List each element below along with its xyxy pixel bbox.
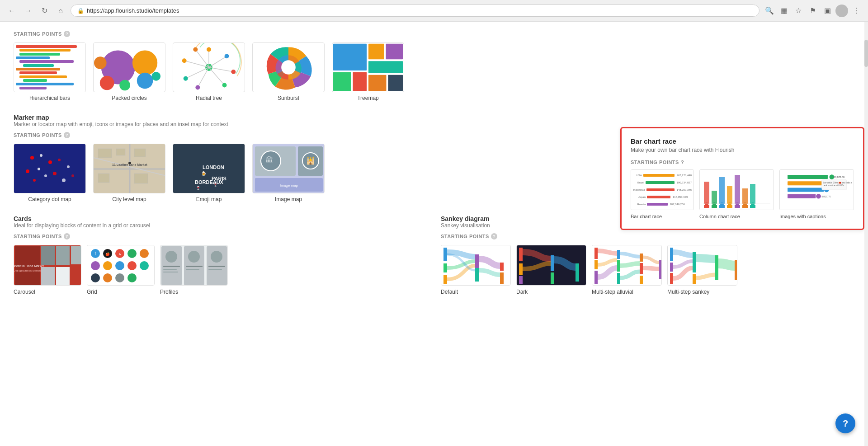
svg-rect-112	[208, 266, 225, 267]
sankey-dark-item[interactable]: Dark	[516, 245, 586, 295]
profiles-item[interactable]: Profiles	[160, 245, 228, 295]
svg-point-167	[736, 202, 739, 206]
starting-points-label-1: STARTING POINTS ?	[14, 31, 854, 37]
template-image-map[interactable]: 🏛 🕌 Image map Image map	[252, 144, 325, 202]
template-packed-circles[interactable]: Packed circles	[93, 42, 165, 101]
sankey-help-icon[interactable]: ?	[491, 233, 497, 239]
svg-point-38	[58, 159, 61, 161]
svg-text:f: f	[95, 251, 96, 256]
svg-point-37	[38, 168, 40, 170]
emoji-map-visual: LONDON 🍺 PARIS 🍷 BORDEAUX 🍷	[173, 144, 245, 193]
cards-help-icon[interactable]: ?	[64, 233, 70, 239]
bcr-imgcaptions-visual: 10,975.50 8,052,776 Bar watch: China 🇨🇳 …	[780, 170, 854, 210]
search-button[interactable]: 🔍	[763, 5, 776, 17]
bcr-images-captions-label: Images with captions	[779, 214, 826, 219]
starting-points-help-icon[interactable]: ?	[64, 31, 70, 37]
sunburst-visual	[253, 42, 324, 92]
carousel-label: Carousel	[14, 289, 35, 295]
scrollbar-track	[864, 22, 868, 446]
maps-help-icon[interactable]: ?	[64, 132, 70, 138]
category-dot-map-label: Category dot map	[28, 196, 71, 202]
svg-rect-76	[56, 246, 70, 265]
svg-rect-53	[98, 174, 109, 183]
browser-actions: 🔍 ▦ ☆ ⚑ ▣ ⋮	[763, 5, 863, 17]
template-emoji-map[interactable]: LONDON 🍺 PARIS 🍷 BORDEAUX 🍷 Emoji map	[173, 144, 245, 202]
qr-button[interactable]: ▦	[778, 5, 790, 17]
sankey-alluvial-item[interactable]: Multi-step alluvial	[592, 245, 662, 295]
svg-point-163	[705, 202, 708, 206]
template-radial-tree[interactable]: Radial tree	[173, 42, 245, 101]
svg-rect-111	[186, 269, 199, 270]
refresh-button[interactable]: ↻	[38, 5, 51, 17]
svg-rect-160	[735, 175, 740, 204]
address-bar[interactable]: 🔒 https://app.flourish.studio/templates	[71, 5, 760, 17]
svg-rect-127	[551, 272, 554, 284]
svg-rect-32	[388, 75, 403, 91]
svg-point-40	[44, 174, 47, 177]
image-map-label: Image map	[275, 196, 302, 202]
cards-grid: Portobello Road Market Old Spitalfields …	[14, 245, 427, 295]
emoji-map-label: Emoji map	[196, 196, 222, 202]
template-category-dot-map[interactable]: Category dot map	[14, 144, 86, 202]
svg-rect-27	[353, 72, 367, 91]
bcr-column-chart-race-item[interactable]: Column chart race	[699, 169, 774, 220]
svg-rect-141	[670, 248, 673, 261]
svg-rect-177	[788, 188, 824, 192]
sankey-alluvial-thumb	[592, 245, 662, 286]
template-sunburst[interactable]: Sunburst	[252, 42, 325, 101]
svg-rect-78	[56, 267, 70, 285]
thumb-radial-tree	[173, 42, 245, 92]
packed-circles-visual	[94, 42, 165, 92]
home-button[interactable]: ⌂	[54, 5, 67, 17]
bcr-title: Bar chart race	[631, 137, 854, 145]
svg-point-98	[115, 273, 124, 282]
bcr-bar-chart-race-item[interactable]: USA 267,276,440 Brazil 190,734,827 Indon…	[631, 169, 694, 220]
sankey-multistep-label: Multi-step sankey	[667, 289, 709, 295]
scrollbar-thumb[interactable]	[864, 40, 868, 67]
bookmark-button[interactable]: ⚑	[807, 5, 819, 17]
svg-rect-146	[715, 255, 718, 280]
star-button[interactable]: ☆	[792, 5, 805, 17]
sankey-default-thumb	[441, 245, 511, 286]
help-fab-button[interactable]: ?	[835, 413, 855, 433]
svg-point-92	[103, 261, 112, 270]
forward-button[interactable]: →	[22, 5, 34, 17]
svg-point-95	[140, 261, 149, 270]
bcr-images-captions-item[interactable]: 10,975.50 8,052,776 Bar watch: China 🇨🇳 …	[779, 169, 854, 220]
svg-point-104	[165, 251, 177, 263]
marker-map-title: Marker map	[14, 114, 854, 121]
svg-line-14	[184, 61, 209, 67]
svg-rect-51	[116, 149, 125, 155]
svg-rect-145	[693, 274, 696, 284]
back-button[interactable]: ←	[5, 5, 18, 17]
template-treemap[interactable]: Treemap	[332, 42, 404, 101]
template-city-level-map[interactable]: 11 Leather Lane Market City level map	[93, 144, 165, 202]
svg-rect-29	[386, 44, 403, 60]
bcr-help-icon[interactable]: ?	[681, 160, 684, 165]
template-hierarchical-bars[interactable]: Hierarchical bars	[14, 42, 86, 101]
grid-item[interactable]: f 🍎 A	[87, 245, 155, 295]
bcr-images-captions-thumb: 10,975.50 8,052,776 Bar watch: China 🇨🇳 …	[779, 169, 854, 210]
svg-rect-26	[333, 72, 351, 91]
sankey-multistep-item[interactable]: Multi-step sankey	[667, 245, 737, 295]
extensions-button[interactable]: ▣	[821, 5, 834, 17]
sankey-default-item[interactable]: Default	[441, 245, 511, 295]
sankey-dark-label: Dark	[516, 289, 528, 295]
svg-rect-31	[368, 75, 387, 91]
svg-text:Bar watch: China 🇨🇳 and Indi: Bar watch: China 🇨🇳 and India in	[823, 181, 852, 184]
svg-point-24	[281, 60, 296, 75]
carousel-item[interactable]: Portobello Road Market Old Spitalfields …	[14, 245, 81, 295]
url-text: https://app.flourish.studio/templates	[87, 7, 179, 14]
svg-point-2	[137, 73, 153, 89]
svg-rect-172	[788, 175, 828, 179]
lock-icon: 🔒	[77, 8, 84, 14]
svg-rect-119	[500, 263, 504, 271]
svg-rect-159	[727, 186, 732, 204]
bcr-column-chart-race-label: Column chart race	[699, 214, 740, 219]
svg-rect-108	[163, 269, 177, 270]
menu-button[interactable]: ⋮	[850, 5, 863, 17]
svg-point-168	[743, 202, 747, 206]
sankey-multistep-thumb	[667, 245, 737, 286]
bcr-column-chart-race-thumb	[699, 169, 774, 210]
svg-rect-158	[719, 177, 725, 204]
